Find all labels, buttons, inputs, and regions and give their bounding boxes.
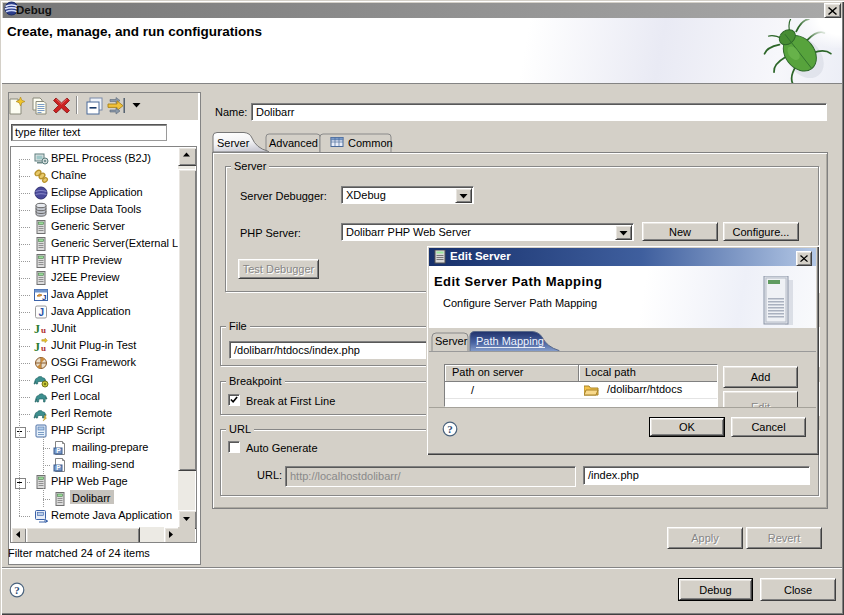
svg-text:J: J [34, 340, 40, 354]
svg-text:u: u [41, 325, 46, 335]
svg-text:Common: Common [348, 137, 393, 149]
svg-text:?: ? [14, 584, 20, 596]
svg-text:P: P [56, 447, 61, 454]
svg-text:u: u [41, 343, 46, 353]
svg-text:J: J [39, 307, 45, 318]
svg-text:Server: Server [435, 335, 468, 347]
svg-text:Server: Server [217, 137, 250, 149]
svg-text:Path Mapping: Path Mapping [476, 335, 544, 347]
svg-text:P: P [56, 464, 61, 471]
svg-text:Advanced: Advanced [269, 137, 318, 149]
svg-text:?: ? [447, 423, 453, 435]
svg-text:J: J [34, 322, 40, 336]
svg-text:J: J [42, 293, 46, 302]
